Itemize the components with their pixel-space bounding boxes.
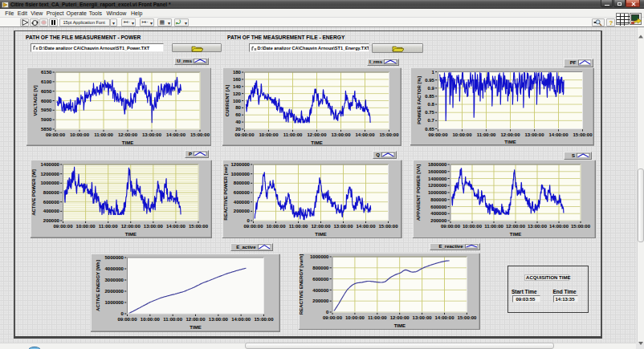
svg-text:400000: 400000 — [430, 211, 447, 216]
svg-text:15:00:00: 15:00:00 — [254, 317, 274, 322]
svg-text:1200000: 1200000 — [230, 162, 250, 167]
svg-text:15:00:00: 15:00:00 — [571, 224, 591, 229]
svg-text:2000000: 2000000 — [105, 289, 124, 294]
svg-text:20: 20 — [235, 127, 241, 132]
svg-text:ACTIVE POWER [W]: ACTIVE POWER [W] — [31, 169, 35, 216]
svg-text:5850: 5850 — [41, 127, 52, 132]
svg-text:0.8: 0.8 — [427, 102, 434, 107]
svg-text:1000000: 1000000 — [105, 300, 124, 305]
svg-text:14:00:00: 14:00:00 — [434, 315, 454, 320]
svg-text:09:00:00: 09:00:00 — [323, 315, 343, 320]
svg-text:09:00:00: 09:00:00 — [243, 224, 263, 229]
svg-text:40: 40 — [235, 120, 241, 124]
svg-text:TIME: TIME — [315, 231, 326, 236]
svg-text:11:00:00: 11:00:00 — [283, 132, 303, 137]
svg-text:REACTIVE ENERGY [varh]: REACTIVE ENERGY [varh] — [299, 254, 304, 315]
svg-text:1600000: 1600000 — [428, 168, 447, 173]
svg-text:15:00:00: 15:00:00 — [379, 132, 399, 137]
svg-text:09:00:00: 09:00:00 — [117, 317, 137, 322]
svg-text:600000: 600000 — [233, 190, 250, 195]
svg-text:15:00:00: 15:00:00 — [457, 315, 477, 320]
svg-text:0.85: 0.85 — [425, 94, 434, 99]
svg-text:14:00:00: 14:00:00 — [548, 132, 569, 137]
svg-text:1400000: 1400000 — [40, 162, 59, 167]
svg-text:13:00:00: 13:00:00 — [333, 224, 353, 229]
svg-text:200000: 200000 — [43, 218, 59, 223]
svg-text:09:00:00: 09:00:00 — [45, 132, 65, 137]
svg-text:09:00:00: 09:00:00 — [428, 132, 448, 137]
svg-text:6000: 6000 — [41, 98, 52, 103]
svg-text:200000: 200000 — [312, 298, 329, 303]
svg-text:600000: 600000 — [43, 199, 59, 204]
svg-text:REACTIVE POWER [var]: REACTIVE POWER [var] — [222, 164, 227, 220]
svg-text:11:00:00: 11:00:00 — [288, 224, 308, 229]
svg-text:120: 120 — [233, 91, 242, 95]
svg-text:09:00:00: 09:00:00 — [53, 224, 73, 229]
svg-text:160: 160 — [233, 76, 242, 81]
svg-text:100: 100 — [233, 98, 242, 103]
svg-text:12:00:00: 12:00:00 — [185, 317, 206, 322]
svg-text:TIME: TIME — [190, 324, 201, 329]
svg-text:12:00:00: 12:00:00 — [120, 224, 141, 229]
svg-text:200000: 200000 — [233, 209, 250, 213]
svg-text:10:00:00: 10:00:00 — [463, 224, 483, 229]
svg-text:1400000: 1400000 — [428, 176, 447, 181]
svg-text:5950: 5950 — [41, 108, 52, 112]
svg-text:10:00:00: 10:00:00 — [141, 317, 161, 322]
svg-text:13:00:00: 13:00:00 — [143, 224, 163, 229]
svg-text:TIME: TIME — [311, 140, 322, 144]
svg-text:14:00:00: 14:00:00 — [549, 224, 569, 229]
svg-text:6050: 6050 — [41, 88, 52, 93]
svg-text:5900: 5900 — [41, 117, 52, 122]
svg-text:14:00:00: 14:00:00 — [356, 224, 376, 229]
svg-text:12:00:00: 12:00:00 — [506, 224, 526, 229]
svg-text:400000: 400000 — [312, 288, 329, 293]
svg-text:10:00:00: 10:00:00 — [266, 224, 286, 229]
svg-text:800000: 800000 — [312, 266, 329, 270]
svg-text:13:00:00: 13:00:00 — [524, 132, 544, 137]
svg-text:600000: 600000 — [312, 277, 329, 282]
svg-text:12:00:00: 12:00:00 — [117, 132, 137, 137]
svg-text:11:00:00: 11:00:00 — [484, 224, 503, 229]
svg-text:800000: 800000 — [233, 181, 250, 185]
svg-text:12:00:00: 12:00:00 — [500, 132, 520, 137]
svg-text:TIME: TIME — [124, 231, 136, 236]
svg-text:0.65: 0.65 — [425, 127, 434, 132]
svg-text:600000: 600000 — [430, 204, 447, 209]
svg-text:80: 80 — [235, 105, 241, 110]
svg-text:400000: 400000 — [233, 199, 250, 204]
svg-text:13:00:00: 13:00:00 — [528, 224, 548, 229]
svg-text:15:00:00: 15:00:00 — [190, 132, 210, 137]
svg-text:14:00:00: 14:00:00 — [231, 317, 251, 322]
svg-text:800000: 800000 — [43, 190, 59, 195]
svg-text:13:00:00: 13:00:00 — [141, 132, 161, 137]
svg-text:14:00:00: 14:00:00 — [165, 132, 185, 137]
svg-text:14:00:00: 14:00:00 — [165, 224, 185, 229]
svg-text:13:00:00: 13:00:00 — [209, 317, 229, 322]
svg-text:1200000: 1200000 — [428, 183, 447, 188]
svg-text:TIME: TIME — [510, 231, 521, 236]
svg-text:5000000: 5000000 — [105, 255, 124, 260]
svg-text:400000: 400000 — [43, 209, 59, 213]
svg-text:11:00:00: 11:00:00 — [98, 224, 117, 229]
svg-text:APPARENT POWER [VA]: APPARENT POWER [VA] — [416, 164, 421, 220]
svg-text:11:00:00: 11:00:00 — [163, 317, 182, 322]
svg-text:14:00:00: 14:00:00 — [355, 132, 375, 137]
svg-text:09:00:00: 09:00:00 — [441, 224, 461, 229]
svg-text:12:00:00: 12:00:00 — [307, 132, 327, 137]
svg-text:10:00:00: 10:00:00 — [452, 132, 472, 137]
svg-text:0.9: 0.9 — [427, 86, 434, 91]
svg-text:15:00:00: 15:00:00 — [378, 224, 398, 229]
svg-text:1000000: 1000000 — [40, 181, 59, 185]
svg-text:1000000: 1000000 — [310, 254, 329, 259]
svg-text:13:00:00: 13:00:00 — [413, 315, 433, 320]
svg-text:6150: 6150 — [41, 70, 52, 75]
svg-text:6100: 6100 — [41, 79, 52, 83]
svg-text:CURRENT [A]: CURRENT [A] — [225, 84, 230, 116]
svg-text:10:00:00: 10:00:00 — [259, 132, 279, 137]
svg-text:11:00:00: 11:00:00 — [476, 132, 495, 137]
svg-text:15:00:00: 15:00:00 — [188, 224, 208, 229]
svg-text:60: 60 — [235, 112, 241, 117]
svg-text:11:00:00: 11:00:00 — [94, 132, 113, 137]
svg-text:200000: 200000 — [430, 218, 447, 223]
